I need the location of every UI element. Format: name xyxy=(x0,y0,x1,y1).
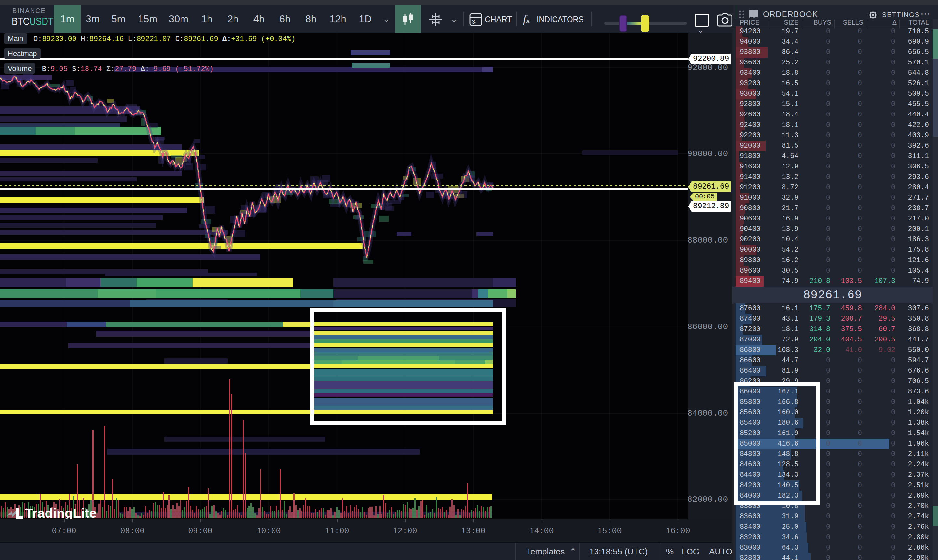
svg-text:3∙: 3∙ xyxy=(472,19,476,25)
